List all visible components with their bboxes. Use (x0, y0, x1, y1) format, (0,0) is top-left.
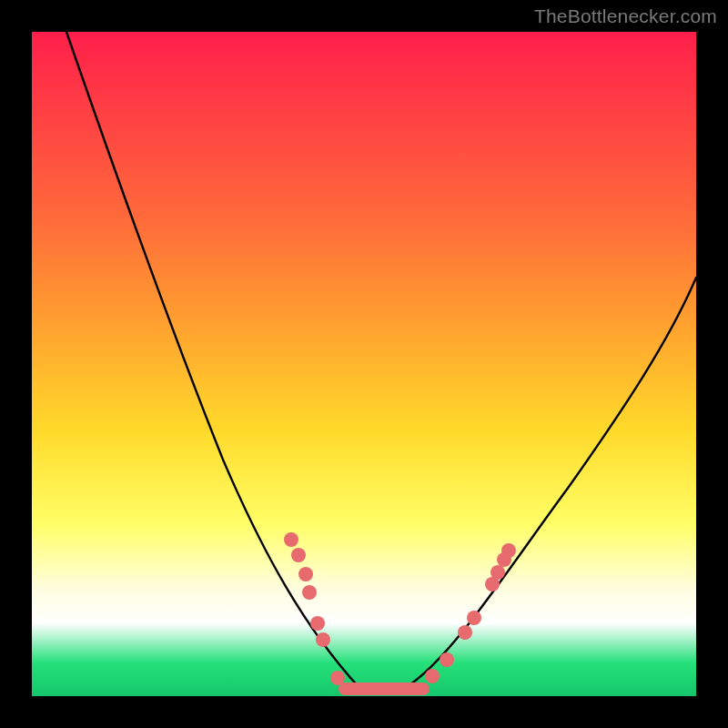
marker-right (501, 543, 516, 558)
chart-frame: TheBottleneсker.com (0, 0, 728, 728)
marker-left (330, 671, 345, 685)
marker-left (316, 632, 330, 647)
marker-left (284, 532, 298, 547)
marker-left (298, 567, 313, 581)
curve-svg (32, 32, 696, 696)
curve-right (405, 278, 696, 688)
plot-area (32, 32, 696, 696)
marker-left (291, 548, 306, 562)
marker-right (467, 611, 481, 625)
marker-right (490, 565, 505, 580)
marker-left (302, 585, 317, 600)
marker-left (310, 616, 325, 631)
marker-right (458, 625, 472, 640)
marker-right (440, 652, 454, 667)
marker-right (425, 669, 440, 683)
watermark-text: TheBottleneсker.com (534, 5, 717, 27)
